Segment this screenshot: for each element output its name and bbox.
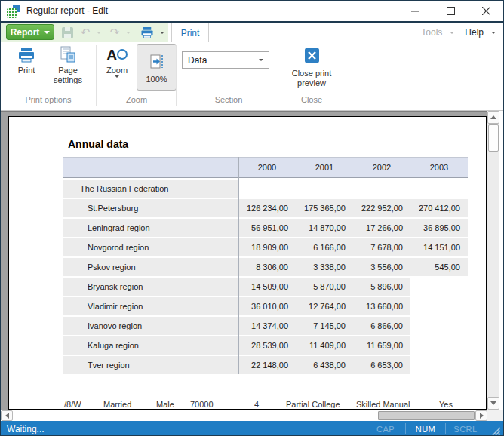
scroll-lock-indicator: SCRL [446, 425, 485, 434]
print-button-label: Print [18, 66, 35, 75]
group-label-print-options: Print options [11, 95, 86, 104]
redo-dropdown[interactable] [124, 25, 133, 40]
row-label: Tver region [63, 356, 238, 374]
group-separator [96, 45, 97, 106]
scroll-up-button[interactable] [487, 111, 499, 124]
table-column-divider [238, 157, 239, 374]
report-menu-button[interactable]: Report [6, 24, 54, 40]
close-button[interactable] [469, 1, 503, 21]
arrow-up-icon [490, 115, 496, 119]
scroll-right-button[interactable] [475, 410, 487, 421]
table-row: Leningrad region56 951,0014 870,0017 266… [63, 219, 468, 237]
report-menu-label: Report [11, 27, 40, 38]
cell-value: 36 010,00 [238, 297, 296, 315]
zoom-icon-letter: A [106, 46, 117, 64]
cell-value: 13 660,00 [353, 297, 410, 315]
zoom-button[interactable]: A Zoom [100, 45, 134, 87]
titlebar: Regular report - Edit [1, 1, 503, 23]
section-combobox[interactable]: Data [182, 51, 269, 69]
print-button[interactable]: Print [10, 45, 43, 75]
undo-dropdown[interactable] [94, 25, 103, 40]
row-label: Pskov region [63, 258, 238, 276]
chevron-down-icon [115, 75, 119, 87]
report-title: Annual data [68, 138, 128, 150]
cell-value [238, 180, 296, 198]
zoom-100-label: 100% [146, 75, 167, 84]
chevron-down-icon [450, 32, 454, 34]
cell-value: 222 952,00 [353, 199, 410, 217]
redo-button[interactable]: ↷ [106, 25, 123, 40]
minimize-button[interactable] [398, 1, 432, 21]
cell-value: 14 870,00 [296, 219, 353, 237]
cell-value [410, 180, 468, 198]
scroll-left-button[interactable] [1, 410, 13, 421]
tools-menu[interactable]: Tools [421, 27, 454, 38]
cell-value: 5 870,00 [296, 278, 353, 296]
cell-value: 545,00 [410, 258, 468, 276]
row-label: Vladimir region [63, 297, 238, 315]
undo-button[interactable]: ↶ [77, 25, 94, 40]
undo-icon: ↶ [81, 25, 91, 40]
clipped-cell-text: Skilled Manual [356, 400, 410, 408]
row-label: Novgorod region [63, 238, 238, 256]
cell-value: 12 764,00 [296, 297, 353, 315]
close-preview-label-line1: Close print [292, 69, 332, 78]
close-preview-label-line2: preview [297, 78, 326, 88]
status-bar: Waiting... CAP NUM SCRL [1, 421, 503, 436]
report-table: 2000 2001 2002 2003 The Russian Federati… [63, 157, 468, 376]
cell-value: 6 438,00 [296, 356, 353, 374]
cell-value [410, 356, 468, 374]
table-header-row: 2000 2001 2002 2003 [63, 157, 468, 178]
window-title: Regular report - Edit [26, 5, 108, 16]
redo-icon: ↷ [110, 25, 120, 40]
chevron-down-icon [160, 32, 164, 34]
cell-value: 175 365,00 [296, 199, 353, 217]
num-lock-indicator: NUM [406, 425, 445, 434]
caps-lock-indicator: CAP [366, 425, 405, 434]
cell-value: 7 145,00 [296, 317, 353, 335]
cell-value: 11 409,00 [296, 336, 353, 355]
zoom-100-button[interactable]: 100% [137, 44, 177, 91]
print-dropdown[interactable] [158, 25, 167, 40]
table-row: Bryansk region14 509,005 870,005 896,00 [63, 278, 468, 296]
chevron-down-icon [259, 59, 263, 61]
maximize-button[interactable] [433, 1, 468, 21]
row-label: Ivanovo region [63, 317, 238, 335]
page-settings-button[interactable]: Page settings [46, 45, 90, 85]
table-row: Tver region22 148,006 438,006 653,00 [63, 356, 468, 374]
resize-grip[interactable] [490, 425, 502, 436]
clipped-cell-text: 70000 [190, 400, 214, 408]
clipped-next-table-row: /8/WMarriedMale700004Partial CollegeSkil… [9, 400, 486, 408]
page-settings-label-line2: settings [54, 75, 82, 85]
row-label: The Russian Federation [63, 180, 238, 198]
table-row: Novgorod region18 909,006 166,007 678,00… [63, 238, 468, 256]
save-button[interactable] [60, 25, 75, 40]
preview-page: Annual data 2000 2001 2002 2003 The Russ… [8, 116, 487, 410]
group-separator [176, 45, 177, 106]
row-label: St.Petersburg [63, 199, 238, 217]
cell-value: 36 895,00 [410, 219, 468, 237]
table-row: The Russian Federation [63, 180, 468, 198]
help-menu[interactable]: Help [465, 27, 496, 38]
arrow-right-icon [480, 413, 484, 419]
horizontal-scrollbar-thumb[interactable] [378, 411, 475, 420]
section-combobox-value: Data [183, 55, 254, 66]
save-icon [62, 27, 73, 38]
right-menu: Tools Help [421, 23, 496, 42]
horizontal-scrollbar[interactable] [1, 410, 487, 421]
vertical-scrollbar[interactable] [487, 111, 499, 410]
table-header-year: 2003 [410, 158, 468, 177]
zoom-100-icon [149, 54, 165, 70]
arrow-down-icon [490, 401, 496, 405]
cell-value [410, 317, 468, 335]
vertical-scrollbar-thumb[interactable] [488, 124, 499, 152]
cell-value: 270 412,00 [410, 199, 468, 217]
scrollbar-corner [487, 410, 504, 421]
table-row: Pskov region8 306,003 338,003 556,00545,… [63, 258, 468, 276]
close-print-preview-button[interactable]: Close print preview [288, 45, 335, 88]
tab-print[interactable]: Print [171, 23, 209, 42]
quick-print-button[interactable] [138, 25, 156, 40]
scroll-down-button[interactable] [487, 397, 499, 410]
table-row: St.Petersburg126 234,00175 365,00222 952… [63, 199, 468, 217]
chevron-down-icon [97, 32, 101, 34]
